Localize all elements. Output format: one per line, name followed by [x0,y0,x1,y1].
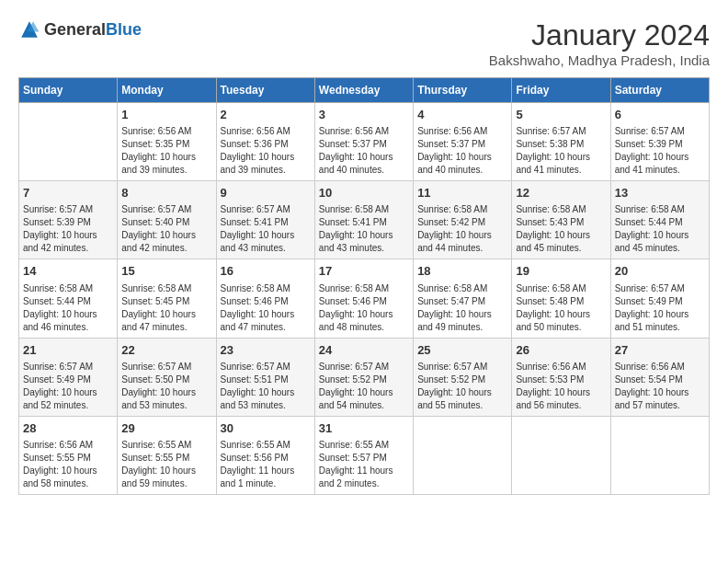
calendar-cell: 16Sunrise: 6:58 AM Sunset: 5:46 PM Dayli… [216,259,314,338]
day-info: Sunrise: 6:55 AM Sunset: 5:55 PM Dayligh… [121,439,211,490]
day-info: Sunrise: 6:56 AM Sunset: 5:36 PM Dayligh… [221,125,311,177]
day-number: 29 [121,420,211,437]
day-number: 18 [417,263,507,280]
day-header-wednesday: Wednesday [314,78,413,103]
day-number: 12 [516,185,606,201]
calendar-body: 1Sunrise: 6:56 AM Sunset: 5:35 PM Daylig… [19,103,710,495]
calendar-cell: 6Sunrise: 6:57 AM Sunset: 5:39 PM Daylig… [610,103,709,181]
month-year: January 2024 [489,18,710,52]
calendar-header: SundayMondayTuesdayWednesdayThursdayFrid… [19,78,710,103]
calendar-cell: 15Sunrise: 6:58 AM Sunset: 5:45 PM Dayli… [118,259,216,338]
day-number: 11 [417,185,507,201]
calendar-cell [19,103,118,181]
day-number: 24 [319,342,409,359]
calendar-cell: 21Sunrise: 6:57 AM Sunset: 5:49 PM Dayli… [19,338,118,416]
week-row-4: 21Sunrise: 6:57 AM Sunset: 5:49 PM Dayli… [19,338,710,416]
day-info: Sunrise: 6:57 AM Sunset: 5:51 PM Dayligh… [221,361,311,412]
title-block: January 2024 Bakshwaho, Madhya Pradesh, … [489,18,710,68]
day-number: 31 [319,420,409,437]
day-number: 25 [417,342,507,359]
day-info: Sunrise: 6:55 AM Sunset: 5:56 PM Dayligh… [221,439,311,490]
day-number: 5 [516,107,606,123]
day-info: Sunrise: 6:58 AM Sunset: 5:48 PM Dayligh… [516,282,606,334]
day-info: Sunrise: 6:56 AM Sunset: 5:35 PM Dayligh… [121,125,211,177]
day-number: 22 [121,342,211,359]
logo: GeneralBlue [18,18,142,40]
day-number: 2 [221,107,311,123]
calendar-cell [610,416,709,494]
calendar-cell: 13Sunrise: 6:58 AM Sunset: 5:44 PM Dayli… [610,181,709,259]
day-number: 17 [319,263,409,280]
day-info: Sunrise: 6:57 AM Sunset: 5:39 PM Dayligh… [615,125,705,177]
calendar-cell: 17Sunrise: 6:58 AM Sunset: 5:46 PM Dayli… [314,259,413,338]
calendar: SundayMondayTuesdayWednesdayThursdayFrid… [18,77,710,495]
day-info: Sunrise: 6:58 AM Sunset: 5:46 PM Dayligh… [221,282,311,334]
week-row-2: 7Sunrise: 6:57 AM Sunset: 5:39 PM Daylig… [19,181,710,259]
logo-icon [18,18,40,40]
calendar-cell: 2Sunrise: 6:56 AM Sunset: 5:36 PM Daylig… [216,103,314,181]
day-info: Sunrise: 6:56 AM Sunset: 5:53 PM Dayligh… [516,361,606,412]
week-row-1: 1Sunrise: 6:56 AM Sunset: 5:35 PM Daylig… [19,103,710,181]
day-number: 26 [516,342,606,359]
calendar-cell [512,416,610,494]
calendar-cell: 12Sunrise: 6:58 AM Sunset: 5:43 PM Dayli… [512,181,610,259]
day-info: Sunrise: 6:57 AM Sunset: 5:40 PM Dayligh… [121,203,211,255]
calendar-cell: 8Sunrise: 6:57 AM Sunset: 5:40 PM Daylig… [118,181,216,259]
calendar-cell: 5Sunrise: 6:57 AM Sunset: 5:38 PM Daylig… [512,103,610,181]
day-header-friday: Friday [512,78,610,103]
location: Bakshwaho, Madhya Pradesh, India [489,52,710,68]
day-info: Sunrise: 6:56 AM Sunset: 5:55 PM Dayligh… [23,439,113,490]
day-info: Sunrise: 6:58 AM Sunset: 5:44 PM Dayligh… [615,203,705,255]
calendar-cell: 29Sunrise: 6:55 AM Sunset: 5:55 PM Dayli… [118,416,216,494]
calendar-cell: 23Sunrise: 6:57 AM Sunset: 5:51 PM Dayli… [216,338,314,416]
day-info: Sunrise: 6:56 AM Sunset: 5:37 PM Dayligh… [417,125,507,177]
calendar-cell: 19Sunrise: 6:58 AM Sunset: 5:48 PM Dayli… [512,259,610,338]
calendar-cell: 26Sunrise: 6:56 AM Sunset: 5:53 PM Dayli… [512,338,610,416]
day-number: 30 [221,420,311,437]
day-info: Sunrise: 6:58 AM Sunset: 5:46 PM Dayligh… [319,282,409,334]
day-info: Sunrise: 6:57 AM Sunset: 5:50 PM Dayligh… [121,361,211,412]
day-info: Sunrise: 6:57 AM Sunset: 5:41 PM Dayligh… [221,203,311,255]
day-info: Sunrise: 6:57 AM Sunset: 5:52 PM Dayligh… [417,361,507,412]
calendar-cell: 30Sunrise: 6:55 AM Sunset: 5:56 PM Dayli… [216,416,314,494]
day-info: Sunrise: 6:58 AM Sunset: 5:41 PM Dayligh… [319,203,409,255]
calendar-cell: 24Sunrise: 6:57 AM Sunset: 5:52 PM Dayli… [314,338,413,416]
day-number: 4 [417,107,507,123]
calendar-cell: 9Sunrise: 6:57 AM Sunset: 5:41 PM Daylig… [216,181,314,259]
day-number: 8 [121,185,211,201]
week-row-3: 14Sunrise: 6:58 AM Sunset: 5:44 PM Dayli… [19,259,710,338]
day-number: 7 [23,185,113,201]
day-number: 15 [121,263,211,280]
day-number: 1 [121,107,211,123]
day-header-monday: Monday [118,78,216,103]
day-info: Sunrise: 6:56 AM Sunset: 5:54 PM Dayligh… [615,361,705,412]
calendar-cell: 10Sunrise: 6:58 AM Sunset: 5:41 PM Dayli… [314,181,413,259]
day-number: 13 [615,185,705,201]
day-number: 23 [221,342,311,359]
day-number: 19 [516,263,606,280]
day-info: Sunrise: 6:58 AM Sunset: 5:42 PM Dayligh… [417,203,507,255]
day-info: Sunrise: 6:57 AM Sunset: 5:52 PM Dayligh… [319,361,409,412]
day-number: 21 [23,342,113,359]
day-info: Sunrise: 6:57 AM Sunset: 5:38 PM Dayligh… [516,125,606,177]
day-info: Sunrise: 6:55 AM Sunset: 5:57 PM Dayligh… [319,439,409,490]
calendar-cell: 28Sunrise: 6:56 AM Sunset: 5:55 PM Dayli… [19,416,118,494]
calendar-cell: 22Sunrise: 6:57 AM Sunset: 5:50 PM Dayli… [118,338,216,416]
calendar-cell: 27Sunrise: 6:56 AM Sunset: 5:54 PM Dayli… [610,338,709,416]
logo-text-blue: Blue [106,20,142,39]
calendar-cell: 4Sunrise: 6:56 AM Sunset: 5:37 PM Daylig… [414,103,512,181]
day-number: 9 [221,185,311,201]
day-info: Sunrise: 6:56 AM Sunset: 5:37 PM Dayligh… [319,125,409,177]
calendar-cell: 3Sunrise: 6:56 AM Sunset: 5:37 PM Daylig… [314,103,413,181]
day-info: Sunrise: 6:58 AM Sunset: 5:43 PM Dayligh… [516,203,606,255]
day-header-saturday: Saturday [610,78,709,103]
day-info: Sunrise: 6:57 AM Sunset: 5:49 PM Dayligh… [615,282,705,334]
calendar-cell: 25Sunrise: 6:57 AM Sunset: 5:52 PM Dayli… [414,338,512,416]
day-info: Sunrise: 6:58 AM Sunset: 5:45 PM Dayligh… [121,282,211,334]
calendar-cell [414,416,512,494]
page-header: GeneralBlue January 2024 Bakshwaho, Madh… [18,18,710,68]
day-number: 10 [319,185,409,201]
day-header-thursday: Thursday [414,78,512,103]
header-row: SundayMondayTuesdayWednesdayThursdayFrid… [19,78,710,103]
calendar-cell: 31Sunrise: 6:55 AM Sunset: 5:57 PM Dayli… [314,416,413,494]
